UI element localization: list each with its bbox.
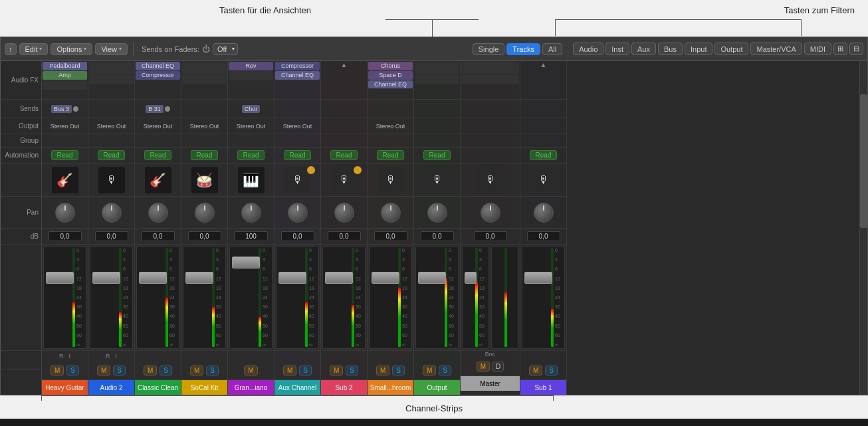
mute-btn-3[interactable]: M bbox=[144, 366, 157, 375]
db-input-5[interactable] bbox=[235, 231, 268, 241]
pan-knob-3[interactable] bbox=[148, 203, 168, 223]
input-filter-btn[interactable]: Input bbox=[685, 43, 712, 55]
pan-knob-8[interactable] bbox=[381, 203, 401, 223]
fader-handle-6[interactable] bbox=[278, 272, 306, 284]
fader-handle-3[interactable] bbox=[139, 272, 167, 284]
vertical-scrollbar[interactable] bbox=[859, 61, 867, 395]
db-input-3[interactable] bbox=[142, 231, 175, 241]
db-input-6[interactable] bbox=[281, 231, 314, 241]
read-btn-5[interactable]: Read bbox=[237, 150, 265, 160]
collapse-arrow-7-top[interactable]: ▲ bbox=[341, 61, 348, 68]
r-btn-2[interactable]: R bbox=[104, 353, 112, 360]
plugin-compressor-6[interactable]: Compressor bbox=[275, 62, 320, 70]
mute-btn-10[interactable]: M bbox=[477, 362, 490, 372]
fader-handle-5[interactable] bbox=[232, 257, 260, 268]
r-btn-1[interactable]: R bbox=[57, 353, 66, 360]
d-btn-10[interactable]: D bbox=[492, 362, 504, 372]
up-button[interactable]: ↑ bbox=[5, 43, 17, 55]
solo-btn-4[interactable]: S bbox=[206, 366, 219, 375]
fader-handle-1[interactable] bbox=[46, 272, 74, 284]
plugin-pedalboard[interactable]: Pedalboard bbox=[43, 62, 87, 70]
read-btn-2[interactable]: Read bbox=[98, 150, 126, 160]
mute-btn-8[interactable]: M bbox=[376, 366, 389, 375]
read-btn-4[interactable]: Read bbox=[191, 150, 219, 160]
plugin-channel-eq-3[interactable]: Channel EQ bbox=[136, 62, 180, 70]
all-view-btn[interactable]: All bbox=[542, 43, 562, 55]
fader-handle-11[interactable] bbox=[524, 272, 552, 284]
send-bus3[interactable]: Bus 3 bbox=[51, 105, 72, 113]
collapse-arrow-11[interactable]: ▲ bbox=[540, 61, 547, 68]
pan-knob-7[interactable] bbox=[334, 203, 354, 223]
i-btn-2[interactable]: I bbox=[113, 353, 119, 360]
fader-handle-10[interactable] bbox=[465, 272, 477, 284]
read-btn-3[interactable]: Read bbox=[144, 150, 172, 160]
db-input-1[interactable] bbox=[49, 231, 82, 241]
midi-filter-btn[interactable]: MIDI bbox=[804, 43, 831, 55]
plugin-channel-eq-8[interactable]: Channel EQ bbox=[368, 80, 413, 89]
audio-filter-btn[interactable]: Audio bbox=[573, 43, 603, 55]
master-filter-btn[interactable]: Master/VCA bbox=[750, 43, 802, 55]
fader-handle-9[interactable] bbox=[418, 272, 446, 284]
solo-btn-7[interactable]: S bbox=[346, 366, 358, 375]
db-input-10[interactable] bbox=[474, 231, 507, 241]
db-input-4[interactable] bbox=[188, 231, 221, 241]
pan-knob-2[interactable] bbox=[102, 203, 122, 223]
tracks-view-btn[interactable]: Tracks bbox=[506, 43, 540, 55]
plugin-space-d[interactable]: Space D bbox=[368, 71, 413, 80]
db-input-11[interactable] bbox=[527, 231, 560, 241]
inst-filter-btn[interactable]: Inst bbox=[605, 43, 629, 55]
edit-button[interactable]: Edit ▾ bbox=[19, 43, 49, 55]
read-btn-9[interactable]: Read bbox=[423, 150, 451, 160]
db-input-7[interactable] bbox=[328, 231, 361, 241]
read-btn-1[interactable]: Read bbox=[51, 150, 79, 160]
read-btn-7[interactable]: Read bbox=[330, 150, 358, 160]
pan-knob-11[interactable] bbox=[534, 203, 554, 223]
mute-btn-2[interactable]: M bbox=[97, 366, 110, 375]
solo-btn-6[interactable]: S bbox=[299, 366, 312, 375]
output-filter-btn[interactable]: Output bbox=[714, 43, 748, 55]
pan-knob-10[interactable] bbox=[481, 203, 500, 223]
options-button[interactable]: Options ▾ bbox=[51, 43, 92, 55]
read-btn-8[interactable]: Read bbox=[377, 150, 405, 160]
single-view-btn[interactable]: Single bbox=[473, 43, 505, 55]
mute-btn-6[interactable]: M bbox=[283, 366, 296, 375]
columns-view-btn[interactable]: ⊟ bbox=[849, 43, 863, 55]
fader-handle-8[interactable] bbox=[372, 272, 399, 284]
plugin-compressor-3[interactable]: Compressor bbox=[136, 71, 180, 80]
read-btn-6[interactable]: Read bbox=[284, 150, 312, 160]
mute-btn-5[interactable]: M bbox=[244, 366, 257, 375]
pan-knob-6[interactable] bbox=[288, 203, 308, 223]
pan-knob-1[interactable] bbox=[55, 203, 75, 223]
off-select[interactable]: Off ▾ bbox=[213, 43, 238, 55]
plugin-rev[interactable]: Rev bbox=[229, 62, 273, 70]
mute-btn-4[interactable]: M bbox=[190, 366, 203, 375]
bus-filter-btn[interactable]: Bus bbox=[658, 43, 683, 55]
scrollbar-thumb[interactable] bbox=[860, 94, 867, 228]
read-btn-11[interactable]: Read bbox=[530, 150, 558, 160]
grid-view-btn[interactable]: ⊞ bbox=[833, 43, 847, 55]
send-dot-1[interactable] bbox=[73, 106, 78, 112]
send-chor[interactable]: Chor bbox=[242, 105, 261, 113]
db-input-9[interactable] bbox=[421, 231, 454, 241]
solo-btn-9[interactable]: S bbox=[439, 366, 451, 375]
db-input-8[interactable] bbox=[374, 231, 407, 241]
view-button[interactable]: View ▾ bbox=[95, 43, 128, 55]
mute-btn-11[interactable]: M bbox=[529, 366, 542, 375]
plugin-channel-eq-6[interactable]: Channel EQ bbox=[275, 71, 320, 80]
mute-btn-7[interactable]: M bbox=[330, 366, 343, 375]
solo-btn-2[interactable]: S bbox=[113, 366, 126, 375]
solo-btn-8[interactable]: S bbox=[392, 366, 405, 375]
fader-handle-2[interactable] bbox=[92, 272, 120, 284]
mute-btn-1[interactable]: M bbox=[51, 366, 64, 375]
pan-knob-9[interactable] bbox=[427, 203, 447, 223]
plugin-chorus[interactable]: Chorus bbox=[368, 62, 413, 70]
mute-btn-9[interactable]: M bbox=[423, 366, 436, 375]
fader-handle-7[interactable] bbox=[325, 272, 353, 284]
aux-filter-btn[interactable]: Aux bbox=[631, 43, 656, 55]
send-dot-3[interactable] bbox=[165, 106, 170, 112]
solo-btn-3[interactable]: S bbox=[160, 366, 172, 375]
plugin-amp[interactable]: Amp bbox=[43, 71, 87, 80]
solo-btn-1[interactable]: S bbox=[66, 366, 79, 375]
pan-knob-4[interactable] bbox=[195, 203, 215, 223]
fader-handle-4[interactable] bbox=[185, 272, 213, 284]
